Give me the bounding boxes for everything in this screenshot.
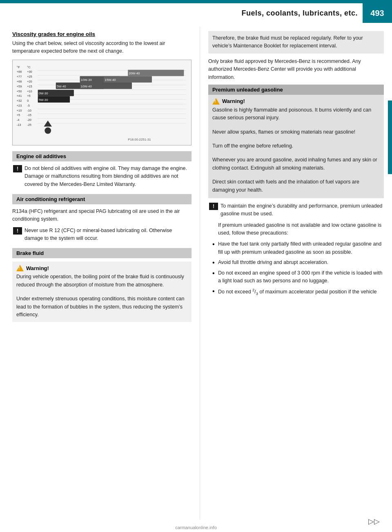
brake-fluid-warning-text2: Under extremely strenuous operating cond…	[16, 295, 187, 319]
svg-text:-10: -10	[27, 108, 31, 112]
page-number: 493	[370, 9, 384, 18]
svg-text:+5: +5	[27, 94, 30, 98]
precautions-list: • Have the fuel tank only partially fill…	[212, 240, 384, 297]
svg-text:15W-40: 15W-40	[105, 78, 116, 82]
precaution-text-2: Do not exceed an engine speed of 3 000 r…	[218, 269, 384, 285]
svg-point-53	[45, 127, 51, 134]
durability-notice-text: To maintain the engine’s durability and …	[220, 202, 384, 218]
premium-warning-item-2: Turn off the engine before refueling.	[212, 142, 380, 150]
svg-text:0W-30: 0W-30	[39, 92, 49, 95]
premium-warning-item-3: Whenever you are around gasoline, avoid …	[212, 156, 380, 172]
brake-fluid-heading: Brake fluid	[12, 248, 192, 258]
svg-text:-20: -20	[27, 118, 31, 122]
premium-warning-item-4: Direct skin contact with fuels and the i…	[212, 178, 380, 194]
page-footer: ▷▷	[368, 517, 380, 526]
footer-arrows: ▷▷	[368, 517, 380, 526]
bullet-dot-3: •	[212, 287, 218, 297]
brake-fluid-info-box: Therefore, the brake fluid must be repla…	[208, 31, 384, 54]
technical-data-sidebar: Technical data	[388, 101, 392, 174]
brake-fluid-warning-title: Warning!	[26, 265, 49, 271]
bullet-dot-1: •	[212, 259, 218, 266]
svg-text:+68: +68	[17, 80, 22, 83]
svg-text:-5: -5	[27, 104, 30, 107]
notice-icon-ac: !	[13, 227, 22, 235]
premium-warning-item-1: Never allow sparks, flames or smoking ma…	[212, 128, 380, 136]
brake-fluid-approved-text: Only brake fluid approved by Mercedes-Be…	[208, 58, 384, 81]
brake-fluid-warning-text1: During vehicle operation, the boiling po…	[16, 273, 187, 289]
svg-text:+23: +23	[17, 104, 22, 107]
precaution-text-3: Do not exceed 2/3 of maximum accelerator…	[218, 287, 384, 297]
viscosity-chart-svg: °F +86 +77 +68 +59 +50 +41 +32 +23 +10 +…	[15, 63, 189, 143]
svg-text:20W-40: 20W-40	[129, 72, 140, 75]
precaution-text-1: Avoid full throttle driving and abrupt a…	[218, 259, 384, 266]
precaution-text-0: Have the fuel tank only partially filled…	[218, 240, 384, 256]
precaution-item-0: • Have the fuel tank only partially fill…	[212, 240, 384, 256]
engine-oil-notice-text: Do not blend oil additives with engine o…	[24, 165, 192, 188]
svg-marker-52	[44, 121, 52, 127]
svg-text:-15: -15	[27, 113, 31, 117]
svg-text:10W-40: 10W-40	[81, 85, 92, 88]
top-accent-bar	[0, 0, 392, 3]
footer-brand: carmanualonline.info	[175, 525, 217, 530]
header-title-area: Fuels, coolants, lubricants, etc.	[0, 3, 363, 23]
svg-text:-13: -13	[17, 123, 21, 127]
air-conditioning-body: R134a (HFC) refrigerant and special PAG …	[12, 208, 192, 224]
svg-text:+50: +50	[17, 89, 22, 93]
svg-text:+25: +25	[27, 75, 32, 78]
brake-fluid-warning-header: Warning!	[16, 265, 187, 271]
svg-text:0: 0	[27, 99, 29, 103]
svg-text:+10: +10	[17, 108, 22, 112]
svg-text:°F: °F	[17, 65, 20, 69]
svg-text:+77: +77	[17, 75, 22, 78]
svg-text:P18.00-2251-31: P18.00-2251-31	[128, 138, 151, 141]
engine-oil-additives-heading: Engine oil additives	[12, 151, 192, 161]
svg-text:+30: +30	[27, 70, 32, 74]
viscosity-chart: °F +86 +77 +68 +59 +50 +41 +32 +23 +10 +…	[12, 60, 192, 145]
svg-text:+5: +5	[17, 113, 20, 117]
right-column: Therefore, the brake fluid must be repla…	[200, 27, 392, 520]
air-conditioning-notice-text: Never use R 12 (CFC) or mineral-based lu…	[24, 227, 192, 243]
precaution-item-3: • Do not exceed 2/3 of maximum accelerat…	[212, 287, 384, 297]
main-content: Viscosity grades for engine oils Using t…	[0, 23, 392, 520]
page-title: Fuels, coolants, lubricants, etc.	[241, 9, 363, 18]
durability-notice: ! To maintain the engine’s durability an…	[208, 202, 384, 218]
svg-text:-4: -4	[17, 118, 20, 122]
air-conditioning-notice: ! Never use R 12 (CFC) or mineral-based …	[12, 227, 192, 243]
precaution-item-1: • Avoid full throttle driving and abrupt…	[212, 259, 384, 266]
svg-text:+32: +32	[17, 99, 22, 103]
svg-text:+10: +10	[27, 89, 32, 93]
page-header: Fuels, coolants, lubricants, etc. 493	[0, 3, 392, 23]
viscosity-heading: Viscosity grades for engine oils	[12, 31, 192, 37]
svg-text:+41: +41	[17, 94, 22, 98]
air-conditioning-heading: Air conditioning refrigerant	[12, 194, 192, 204]
premium-warning-header: Warning!	[212, 98, 380, 105]
svg-text:+86: +86	[17, 70, 22, 74]
low-octane-intro: If premium unleaded gasoline is not avai…	[218, 221, 384, 237]
svg-text:5W-40: 5W-40	[57, 85, 67, 88]
premium-gasoline-heading: Premium unleaded gasoline	[208, 85, 384, 95]
bullet-dot-0: •	[212, 240, 218, 256]
left-column: Viscosity grades for engine oils Using t…	[0, 27, 200, 520]
svg-text:+20: +20	[27, 80, 32, 83]
premium-warning-item-0: Gasoline is highly flammable and poisono…	[212, 106, 380, 122]
bullet-dot-2: •	[212, 269, 218, 285]
notice-icon-durability: !	[209, 203, 218, 210]
svg-text:-25: -25	[27, 123, 31, 127]
durability-notice-main: To maintain the engine’s durability and …	[220, 203, 383, 217]
precaution-item-2: • Do not exceed an engine speed of 3 000…	[212, 269, 384, 285]
svg-text:5W-30: 5W-30	[39, 98, 49, 102]
notice-icon-engine: !	[13, 165, 22, 172]
premium-gasoline-section: Warning! Gasoline is highly flammable an…	[208, 95, 384, 198]
viscosity-body: Using the chart below, select oil viscos…	[12, 40, 192, 56]
brake-fluid-warning-block: Warning! During vehicle operation, the b…	[12, 262, 192, 322]
premium-warning-triangle-icon	[212, 98, 220, 105]
svg-text:+59: +59	[17, 85, 22, 88]
page-number-box: 493	[363, 3, 392, 23]
premium-warning-title: Warning!	[222, 98, 245, 104]
svg-text:°C: °C	[27, 65, 31, 69]
svg-text:10W-30: 10W-30	[81, 78, 92, 82]
engine-oil-notice: ! Do not blend oil additives with engine…	[12, 165, 192, 188]
brake-fluid-replacement-text: Therefore, the brake fluid must be repla…	[212, 35, 363, 49]
svg-text:+15: +15	[27, 85, 32, 88]
warning-triangle-icon	[16, 265, 24, 271]
